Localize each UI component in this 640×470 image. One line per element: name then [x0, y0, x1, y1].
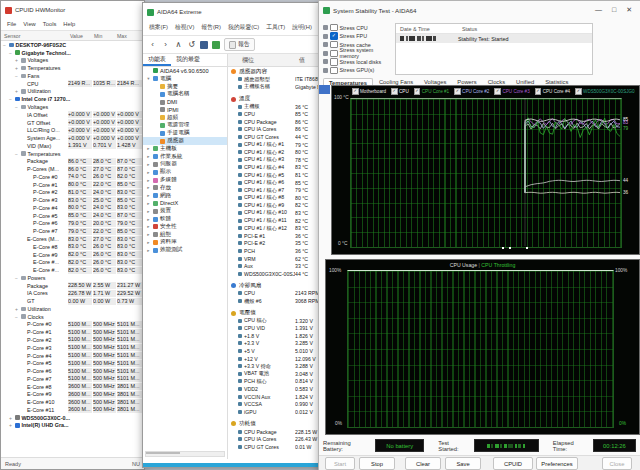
sensor-row[interactable]: VID (Max)1.391 V0.701 V1.428 V — [1, 142, 144, 150]
expand-icon[interactable]: − — [14, 104, 19, 110]
sensor-row[interactable]: System Age...+0.000 V+0.000 V+0.000 V — [1, 134, 144, 142]
tree-item-directx[interactable]: ▸DirectX — [143, 200, 227, 208]
col-min[interactable]: Min — [94, 33, 117, 39]
refresh-icon[interactable]: ↺ — [187, 40, 196, 49]
sensor-row[interactable]: IA Offset+0.000 V+0.000 V+0.000 V — [1, 111, 144, 119]
stress-option[interactable]: Stress system memory — [323, 50, 393, 57]
stress-option[interactable]: ✓Stress FPU — [323, 33, 393, 40]
sensor-row[interactable]: P-Core #75100 M...500 MHz5101 M... — [1, 375, 144, 383]
back-icon[interactable]: ‹ — [148, 40, 157, 49]
expand-icon[interactable]: − — [14, 151, 19, 157]
expand-icon[interactable]: + — [14, 65, 19, 71]
col-status[interactable]: Status — [462, 26, 592, 32]
devices-icon[interactable] — [200, 41, 208, 49]
expand-icon[interactable]: − — [8, 50, 13, 56]
tree-item-storage[interactable]: ▸存放 — [143, 184, 227, 192]
tree-node[interactable]: −Powers — [1, 274, 144, 282]
tree-node[interactable]: −Clocks — [1, 313, 144, 321]
maximize-button[interactable]: □ — [612, 6, 616, 14]
checkbox-checked[interactable]: ✓ — [330, 32, 338, 40]
sensor-row[interactable]: GT Offset+0.000 V+0.000 V+0.000 V — [1, 119, 144, 127]
menu-item[interactable]: 我的最愛(C) — [228, 23, 259, 32]
sensor-row[interactable]: P-Cores (M...86.0 °C27.0 °C87.0 °C — [1, 165, 144, 173]
forward-icon[interactable]: › — [161, 40, 170, 49]
sensor-row[interactable]: P-Core #383.0 °C25.0 °C85.0 °C — [1, 196, 144, 204]
menu-item[interactable]: 報告(R) — [201, 23, 221, 32]
sensor-row[interactable]: P-Core #25100 M...500 MHz5101 M... — [1, 336, 144, 344]
tree-node[interactable]: −Voltages — [1, 103, 144, 111]
sensor-row[interactable]: Package228.50 W2.55 W231.27 W — [1, 282, 144, 290]
sensor-row[interactable]: P-Core #679.0 °C20.0 °C79.0 °C — [1, 220, 144, 228]
expand-icon[interactable]: − — [2, 42, 7, 48]
expand-icon[interactable]: − — [14, 73, 19, 79]
sensor-row[interactable]: P-Core #65100 M...500 MHz5101 M... — [1, 367, 144, 375]
tree-item-operating-system[interactable]: ▸作業系統 — [143, 153, 227, 161]
col-max[interactable]: Max — [117, 33, 144, 39]
sensor-row[interactable]: P-Core #55100 M...500 MHz5101 M... — [1, 359, 144, 367]
sensor-row[interactable]: E-Core #83600 M...500 MHz3801 M... — [1, 383, 144, 391]
sensor-row[interactable]: E-Core #883.0 °C26.0 °C83.0 °C — [1, 243, 144, 251]
expand-icon[interactable]: − — [14, 314, 19, 320]
stress-option[interactable]: Stress local disks — [323, 58, 393, 65]
report-button[interactable]: 報告 — [224, 38, 255, 51]
sensor-row[interactable]: E-Cores (M...83.0 °C27.0 °C83.0 °C — [1, 235, 144, 243]
tree-item-database[interactable]: ▸資料庫 — [143, 239, 227, 247]
sensor-row[interactable]: E-Core #...82.0 °C26.0 °C83.0 °C — [1, 266, 144, 274]
clear-button[interactable]: Clear — [405, 457, 441, 470]
checkbox-unchecked[interactable] — [330, 67, 338, 75]
tree-node[interactable]: −DESKTOP-96F0S2C — [1, 41, 144, 49]
sensor-row[interactable]: P-Core #585.0 °C24.0 °C87.0 °C — [1, 212, 144, 220]
tree-node[interactable]: +Utilization — [1, 88, 144, 96]
sensor-row[interactable]: E-Core #103600 M...500 MHz3801 M... — [1, 398, 144, 406]
tree-node[interactable]: +WDS500G3X0C-0... — [1, 414, 144, 422]
cpuid-button[interactable]: CPUID — [493, 457, 533, 470]
tree-item-server[interactable]: ▸伺服器 — [143, 161, 227, 169]
menu-item-file[interactable]: File — [7, 21, 16, 27]
sensor-row[interactable]: P-Core #45100 M...500 MHz5101 M... — [1, 352, 144, 360]
up-icon[interactable]: ∧ — [174, 40, 183, 49]
tree-item-computer[interactable]: ▾電腦 — [143, 75, 227, 83]
tree-node[interactable]: −Fans — [1, 72, 144, 80]
stop-button[interactable]: Stop — [359, 457, 395, 470]
tree-item-network[interactable]: ▸網路 — [143, 192, 227, 200]
sensor-row[interactable]: IA Cores226.78 W1.71 W229.52 W — [1, 290, 144, 298]
sensor-row[interactable]: GT0.00 W0.00 W0.73 W — [1, 297, 144, 305]
tree-node[interactable]: −Gigabyte Technol... — [1, 49, 144, 57]
preferences-button[interactable]: Preferences — [536, 457, 578, 470]
sensor-row[interactable]: CPU2149 R...1035 R...2184 R... — [1, 80, 144, 88]
sensor-row[interactable]: P-Core #281.0 °C24.0 °C83.0 °C — [1, 189, 144, 197]
checkbox-unchecked[interactable] — [330, 24, 338, 32]
sensor-row[interactable]: P-Core #779.0 °C22.0 °C85.0 °C — [1, 227, 144, 235]
col-value[interactable]: Value — [70, 33, 94, 39]
menu-item[interactable]: 說明(H) — [292, 23, 312, 32]
expand-icon[interactable]: + — [8, 422, 13, 428]
checkbox-unchecked[interactable] — [330, 50, 338, 58]
aida64-titlebar[interactable]: AIDA64 Extreme — [143, 3, 343, 21]
tree-item-security[interactable]: ▸安全性 — [143, 223, 227, 231]
hwmonitor-titlebar[interactable]: CPUID HWMonitor — [1, 1, 144, 19]
sensor-row[interactable]: P-Core #180.0 °C22.0 °C85.0 °C — [1, 181, 144, 189]
tree-horizontal-scrollbar[interactable] — [145, 451, 225, 457]
sensor-row[interactable]: P-Core #05100 M...500 MHz5101 M... — [1, 321, 144, 329]
sensor-row[interactable]: Package86.0 °C28.0 °C87.0 °C — [1, 157, 144, 165]
expand-icon[interactable]: + — [14, 306, 19, 312]
sensor-row[interactable]: E-Core #93600 M...500 MHz3801 M... — [1, 390, 144, 398]
tree-item-dmi[interactable]: DMI — [143, 98, 227, 106]
sensor-row[interactable]: E-Core #982.0 °C26.0 °C83.0 °C — [1, 251, 144, 259]
tree-item-devices[interactable]: ▸裝置 — [143, 207, 227, 215]
checkbox-unchecked[interactable] — [330, 58, 338, 66]
tree-item-multimedia[interactable]: ▸多媒體 — [143, 176, 227, 184]
stability-test-titlebar[interactable]: System Stability Test - AIDA64 — □ ✕ — [319, 1, 640, 19]
menu-item-help[interactable]: Help — [63, 21, 75, 27]
tree-item-summary[interactable]: 摘要 — [143, 83, 227, 91]
field-column-header[interactable]: 欄位 — [228, 56, 299, 65]
menu-item[interactable]: 工具(T) — [266, 23, 285, 32]
tree-node[interactable]: +Utilization — [1, 305, 144, 313]
tree-item-ipmi[interactable]: IPMI — [143, 106, 227, 114]
tree-item-computer-name[interactable]: 電腦名稱 — [143, 90, 227, 98]
tree-node[interactable]: +Intel(R) UHD Gra... — [1, 422, 144, 430]
tree-node[interactable]: −Temperatures — [1, 150, 144, 158]
expand-icon[interactable]: − — [8, 96, 13, 102]
close-button[interactable]: ✕ — [626, 6, 632, 14]
menu-item-view[interactable]: View — [23, 21, 35, 27]
